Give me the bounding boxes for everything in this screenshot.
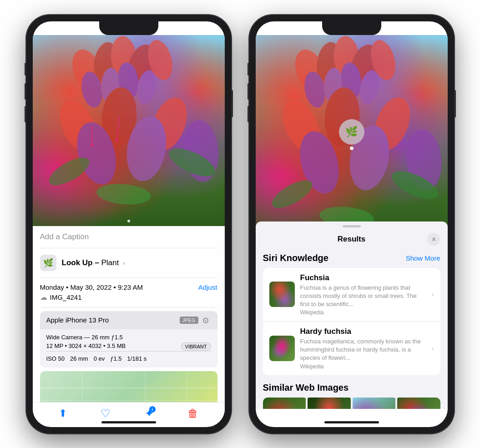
similar-title: Similar Web Images: [263, 383, 440, 393]
share-button[interactable]: ⬆: [59, 408, 67, 419]
power-button-right[interactable]: [454, 90, 456, 117]
results-title: Results: [338, 235, 365, 244]
notch-right: [322, 21, 381, 35]
knowledge-card: Fuchsia Fuchsia is a genus of flowering …: [263, 268, 440, 375]
fuchsia-thumbnail: [269, 282, 295, 307]
fuchsia-name: Fuchsia: [300, 273, 426, 282]
hardy-fuchsia-thumbnail: [269, 336, 295, 361]
shutter-value: 1/181 s: [127, 355, 147, 362]
notch-left: [99, 21, 158, 35]
fuchsia-source: Wikipedia: [300, 309, 426, 316]
power-button[interactable]: [231, 90, 233, 117]
photo-area-left[interactable]: [33, 35, 225, 226]
photo-area-right[interactable]: 🌿: [256, 35, 448, 235]
volume-up-button[interactable]: [25, 83, 26, 100]
focal-length-value: 26 mm: [70, 355, 88, 362]
device-section: Apple iPhone 13 Pro JPEG ⚙ Wide Camera —…: [40, 311, 217, 367]
svg-point-17: [91, 144, 93, 146]
hardy-fuchsia-source: Wikipedia: [300, 363, 426, 370]
similar-image-4[interactable]: [397, 398, 440, 409]
caption-field[interactable]: Add a Caption: [40, 226, 217, 248]
vibrant-badge: VIBRANT: [181, 342, 211, 351]
device-header: Apple iPhone 13 Pro JPEG ⚙: [40, 311, 217, 329]
filename-row: ☁ IMG_4241: [40, 293, 217, 302]
phone-screen-left: Add a Caption 🌿 Look Up – Plant › Monday…: [33, 21, 225, 427]
svg-point-21: [96, 181, 152, 206]
similar-image-2[interactable]: [308, 398, 351, 409]
ev-value: 0 ev: [94, 355, 105, 362]
close-button[interactable]: ×: [427, 233, 440, 246]
jpeg-badge: JPEG: [180, 317, 198, 324]
similar-image-3[interactable]: [353, 398, 396, 409]
mute-button-right[interactable]: [248, 63, 249, 76]
adjust-button[interactable]: Adjust: [198, 283, 217, 291]
volume-down-button-right[interactable]: [248, 106, 249, 122]
info-badge: i: [149, 406, 156, 413]
lookup-dot: [350, 146, 354, 150]
hardy-fuchsia-item[interactable]: Hardy fuchsia Fuchsia magellanica, commo…: [263, 322, 440, 375]
home-indicator-right: [324, 421, 379, 423]
mp-info: 12 MP • 3024 × 4032 • 3.5 MB VIBRANT: [46, 342, 211, 349]
photo-meta-section: Monday • May 30, 2022 • 9:23 AM Adjust ☁…: [40, 278, 217, 307]
results-panel: Results × Siri Knowledge Show More Fuchs…: [256, 221, 448, 409]
svg-point-18: [116, 139, 118, 142]
exif-row: ISO 50 26 mm 0 ev ƒ1.5 1/181 s: [46, 351, 211, 363]
photo-date: Monday • May 30, 2022 • 9:23 AM: [40, 283, 143, 291]
volume-down-button[interactable]: [25, 106, 26, 122]
info-button[interactable]: ✦ i: [145, 407, 154, 420]
photo-dot-left: [127, 220, 130, 222]
trash-button[interactable]: 🗑: [187, 407, 198, 420]
results-header: Results ×: [263, 233, 440, 246]
similar-image-1[interactable]: [263, 398, 306, 409]
lookup-row[interactable]: 🌿 Look Up – Plant ›: [40, 248, 217, 278]
gear-icon[interactable]: ⚙: [202, 316, 211, 325]
similar-images-grid: [263, 398, 440, 409]
device-name: Apple iPhone 13 Pro: [46, 316, 109, 324]
results-handle[interactable]: [343, 225, 361, 227]
left-phone: Add a Caption 🌿 Look Up – Plant › Monday…: [26, 15, 231, 433]
similar-section: Similar Web Images: [263, 383, 440, 409]
fuchsia-desc: Fuchsia is a genus of flowering plants t…: [300, 284, 426, 309]
fuchsia-item[interactable]: Fuchsia Fuchsia is a genus of flowering …: [263, 268, 440, 322]
lookup-text: Look Up – Plant ›: [62, 258, 125, 267]
hardy-fuchsia-desc: Fuchsia magellanica, commonly known as t…: [300, 337, 426, 362]
iso-value: ISO 50: [46, 355, 65, 362]
show-more-button[interactable]: Show More: [406, 254, 440, 262]
visual-lookup-button[interactable]: 🌿: [339, 119, 364, 145]
device-badges: JPEG ⚙: [180, 316, 211, 325]
phone-screen-right: 🌿 Results × Siri Knowledge Show More: [256, 21, 448, 427]
aperture-value: ƒ1.5: [110, 355, 121, 362]
right-phone: 🌿 Results × Siri Knowledge Show More: [249, 15, 454, 433]
hardy-fuchsia-chevron: ›: [431, 344, 434, 352]
siri-knowledge-title: Siri Knowledge: [263, 253, 328, 263]
lookup-icon: 🌿: [40, 255, 56, 271]
heart-button[interactable]: ♡: [101, 407, 111, 420]
volume-up-button-right[interactable]: [248, 83, 249, 100]
home-indicator-left: [101, 421, 156, 423]
toolbar-left: ⬆ ♡ ✦ i 🗑: [33, 402, 225, 420]
flower-svg-left: [33, 35, 225, 226]
mute-button[interactable]: [25, 63, 26, 76]
hardy-fuchsia-text: Hardy fuchsia Fuchsia magellanica, commo…: [300, 327, 426, 370]
photo-metadata-content: Add a Caption 🌿 Look Up – Plant › Monday…: [33, 226, 225, 409]
siri-knowledge-header: Siri Knowledge Show More: [263, 253, 440, 263]
filename-text: IMG_4241: [50, 293, 82, 301]
camera-info: Wide Camera — 26 mm ƒ1.5: [46, 334, 211, 341]
fuchsia-chevron: ›: [431, 290, 434, 298]
fuchsia-text: Fuchsia Fuchsia is a genus of flowering …: [300, 273, 426, 316]
device-details: Wide Camera — 26 mm ƒ1.5 12 MP • 3024 × …: [40, 329, 217, 367]
cloud-icon: ☁: [40, 293, 47, 302]
hardy-fuchsia-name: Hardy fuchsia: [300, 327, 426, 336]
